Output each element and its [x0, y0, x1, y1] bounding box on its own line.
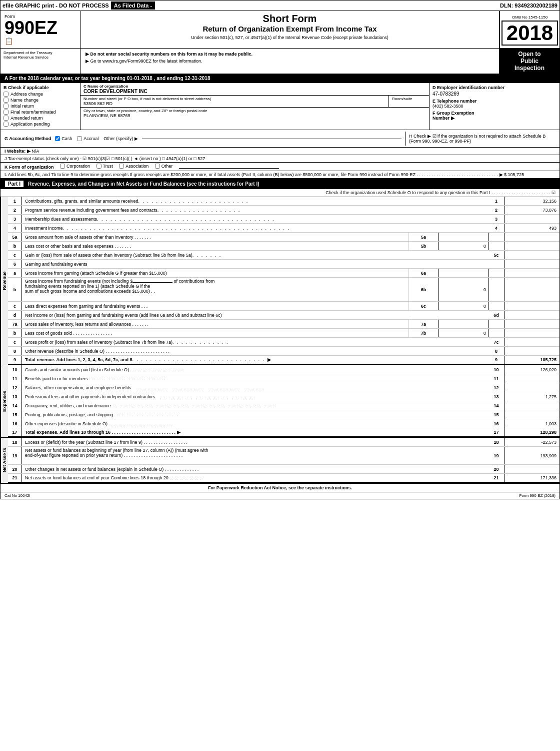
row-2-main-num: 2: [488, 206, 504, 214]
row-6c-main-num: [488, 302, 504, 310]
filed-data-badge: As Filed Data -: [111, 2, 155, 10]
row-4-desc: Investment income . . . . . . . . . . . …: [22, 224, 488, 232]
notice-section: Department of the Treasury Internal Reve…: [0, 49, 560, 74]
row-6a-main-num: [488, 269, 504, 277]
other-org-line: [179, 168, 279, 169]
row-16-main-num: 16: [488, 419, 504, 428]
row-8-main-val: [504, 347, 560, 355]
checkbox-name-change[interactable]: [4, 98, 8, 103]
row-10-main-val: 126,020: [504, 365, 560, 374]
row-5a-sub-val: [438, 233, 488, 241]
row-6c-num: c: [8, 302, 22, 310]
row-7a: 7a Gross sales of inventory, less return…: [8, 320, 560, 329]
row-6-desc: Gaming and fundraising events: [22, 260, 488, 268]
row-19-main-num: 19: [488, 447, 504, 464]
org-name-label: C Name of organization: [84, 84, 426, 89]
row-7c-desc: Gross profit or (loss) from sales of inv…: [22, 338, 488, 346]
checkbox-initial-return[interactable]: [4, 104, 8, 109]
row-1-desc: Contributions, gifts, grants, and simila…: [22, 197, 488, 205]
accounting-label: G Accounting Method: [4, 136, 51, 141]
checkbox-amended-return[interactable]: [4, 116, 8, 121]
cat-no: Cat No 10642I: [4, 493, 30, 498]
net-assets-label: Net Asse ts: [0, 438, 8, 483]
row-7a-sub-num: 7a: [408, 320, 438, 328]
row-6b-main-val: [504, 278, 560, 301]
row-15: 15 Printing, publications, postage, and …: [8, 410, 560, 419]
row-20-main-val: [504, 465, 560, 473]
checkbox-address-change[interactable]: [4, 92, 8, 97]
row-11-desc: Benefits paid to or for members . . . . …: [22, 374, 488, 383]
row-9: 9 Total revenue. Add lines 1, 2, 3, 4, 5…: [8, 356, 560, 365]
row-7b-sub-val: 0: [438, 329, 488, 337]
row-5a: 5a Gross amount from sale of assets othe…: [8, 233, 560, 242]
row-6d-main-val: [504, 311, 560, 319]
row-8-num: 8: [8, 347, 22, 355]
check-name-change[interactable]: Name change: [4, 98, 77, 103]
check-amended-return[interactable]: Amended return: [4, 116, 77, 121]
expenses-section: Expenses 10 Grants and similar amounts p…: [0, 365, 560, 438]
tax-year-row: A For the 2018 calendar year, or tax yea…: [0, 74, 560, 83]
row-12-main-val: [504, 383, 560, 392]
org-info: C Name of organization CORE DEVELOPMENT …: [80, 83, 430, 130]
phone-value: (402) 582-3580: [432, 104, 556, 109]
row-16-desc: Other expenses (describe in Schedule O) …: [22, 419, 488, 428]
accrual-checkbox[interactable]: [77, 136, 82, 141]
row-1-num: 1: [8, 197, 22, 205]
row-7c-num: c: [8, 338, 22, 346]
org-name-row: C Name of organization CORE DEVELOPMENT …: [80, 83, 429, 96]
row-19-desc: Net assets or fund balances at beginning…: [22, 447, 488, 464]
association-label[interactable]: Association: [119, 164, 148, 169]
row-11-num: 11: [8, 374, 22, 383]
row-21-main-num: 21: [488, 474, 504, 482]
short-form-title: Short Form: [86, 13, 494, 25]
row-2-num: 2: [8, 206, 22, 214]
row-6d-main-num: 6d: [488, 311, 504, 319]
row-4-main-val: 493: [504, 224, 560, 232]
row-5a-main-num: [488, 233, 504, 241]
row-3: 3 Membership dues and assessments . . . …: [8, 215, 560, 224]
dept-info: Department of the Treasury Internal Reve…: [0, 49, 80, 74]
check-final-return[interactable]: Final return/terminated: [4, 110, 77, 115]
row-20-main-num: 20: [488, 465, 504, 473]
row-5c-num: c: [8, 251, 22, 259]
form-number: 990EZ: [4, 19, 76, 37]
row-4-num: 4: [8, 224, 22, 232]
cash-checkbox[interactable]: [55, 136, 60, 141]
row-5b-num: b: [8, 242, 22, 250]
row-5a-sub-num: 5a: [408, 233, 438, 241]
row-13-num: 13: [8, 392, 22, 401]
org-name-value: CORE DEVELOPMENT INC: [84, 89, 426, 94]
year-box: OMB No 1545-1150 2018: [500, 11, 560, 48]
checkbox-application-pending[interactable]: [4, 122, 8, 127]
row-4: 4 Investment income . . . . . . . . . . …: [8, 224, 560, 233]
row-11-main-num: 11: [488, 374, 504, 383]
trust-checkbox[interactable]: [96, 164, 102, 169]
check-address-change[interactable]: Address change: [4, 92, 77, 97]
association-checkbox[interactable]: [119, 164, 124, 169]
corporation-checkbox[interactable]: [60, 164, 65, 169]
row-6-num: 6: [8, 260, 22, 268]
check-initial-return[interactable]: Initial return: [4, 104, 77, 109]
corporation-label[interactable]: Corporation: [60, 164, 90, 169]
row-20: 20 Other changes in net assets or fund b…: [8, 465, 560, 474]
other-org-label[interactable]: Other: [155, 164, 173, 169]
net-assets-section: Net Asse ts 18 Excess or (deficit) for t…: [0, 438, 560, 483]
row-17-main-num: 17: [488, 428, 504, 436]
cash-checkbox-label[interactable]: Cash: [55, 136, 72, 141]
accrual-checkbox-label[interactable]: Accrual: [77, 136, 98, 141]
row-5b-main-val: [504, 242, 560, 250]
row-14-num: 14: [8, 401, 22, 410]
row-6b-sub-num: 6b: [408, 278, 438, 301]
other-org-checkbox[interactable]: [155, 164, 160, 169]
check-application-pending[interactable]: Application pending: [4, 122, 77, 127]
org-section: B Check if applicable Address change Nam…: [0, 83, 560, 130]
trust-label[interactable]: Trust: [96, 164, 113, 169]
row-7a-desc: Gross sales of inventory, less returns a…: [22, 320, 408, 328]
notice-middle: ▶ Do not enter social security numbers o…: [80, 49, 500, 74]
form-title-center: Short Form Return of Organization Exempt…: [80, 11, 500, 48]
row-11: 11 Benefits paid to or for members . . .…: [8, 374, 560, 383]
row-7b-desc: Less cost of goods sold . . . . . . . . …: [22, 329, 408, 337]
other-specify-line: [142, 139, 402, 139]
footer-bar: For Paperwork Reduction Act Notice, see …: [0, 483, 560, 492]
checkbox-final-return[interactable]: [4, 110, 8, 115]
